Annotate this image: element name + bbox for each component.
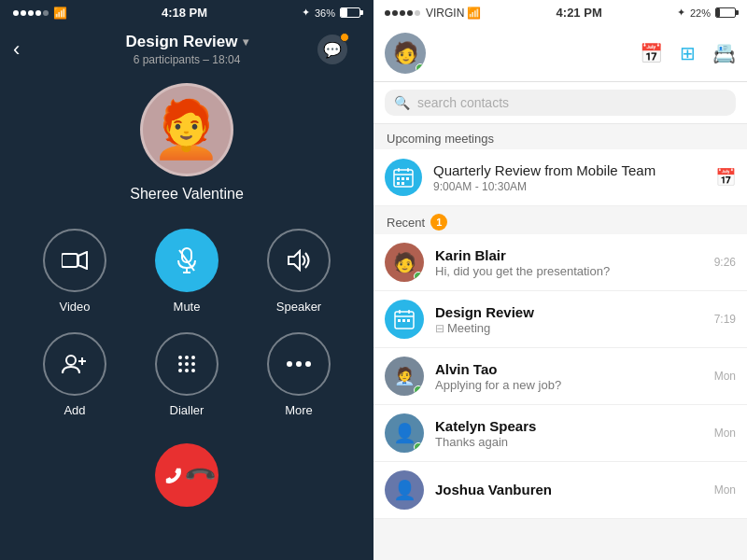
bluetooth-icon: ✦	[302, 7, 310, 19]
svg-point-7	[66, 356, 76, 365]
call-screen: 📶 4:18 PM ✦ 36% ‹ Design Review ▾ 6 part…	[0, 0, 374, 560]
r-dot1	[385, 10, 390, 16]
contacts-screen: VIRGIN 📶 4:21 PM ✦ 22% 🧑 📅 ⊞ 📇 🔍 search …	[374, 0, 747, 560]
design-review-avatar	[385, 300, 424, 339]
design-review-icon	[394, 309, 415, 329]
call-controls: Video Mute	[0, 229, 374, 417]
right-time: 4:21 PM	[557, 6, 602, 20]
contact-item-karin[interactable]: 🧑 Karin Blair Hi, did you get the presen…	[374, 234, 747, 291]
my-avatar-icon: 🧑	[393, 41, 418, 65]
speaker-control: Speaker	[252, 229, 345, 314]
svg-point-13	[178, 362, 182, 366]
r-battery-fill	[716, 8, 720, 17]
chat-badge	[340, 33, 349, 42]
mute-button[interactable]	[155, 229, 218, 292]
alvin-message: Applying for a new job?	[435, 378, 703, 392]
end-call-button[interactable]: 📞	[155, 443, 218, 507]
svg-point-12	[191, 356, 195, 359]
svg-point-21	[305, 361, 311, 367]
add-person-icon	[61, 354, 89, 374]
svg-rect-29	[397, 182, 400, 185]
calendar-icon[interactable]: 📅	[640, 42, 663, 64]
meeting-time: 9:00AM - 10:30AM	[433, 180, 704, 193]
caller-avatar: 🧑‍🦰	[140, 83, 233, 176]
meeting-text: Quarterly Review from Mobile Team 9:00AM…	[433, 162, 704, 193]
contact-item-joshua[interactable]: 👤 Joshua Vanburen Mon	[374, 462, 747, 519]
dialler-button[interactable]	[155, 332, 218, 396]
contact-item-alvin[interactable]: 🧑‍💼 Alvin Tao Applying for a new job? Mo…	[374, 348, 747, 405]
karin-info: Karin Blair Hi, did you get the presenta…	[435, 247, 703, 278]
add-control: Add	[28, 332, 121, 417]
katelyn-info: Katelyn Spears Thanks again	[435, 418, 703, 449]
search-input-wrap[interactable]: 🔍 search contacts	[385, 90, 736, 116]
meeting-item[interactable]: Quarterly Review from Mobile Team 9:00AM…	[374, 149, 747, 206]
svg-point-18	[191, 369, 195, 372]
signal-dots	[13, 10, 49, 16]
svg-marker-1	[78, 252, 87, 269]
calendar-grid-icon	[393, 167, 414, 188]
r-right-area: ✦ 22%	[677, 7, 736, 19]
r-dot5	[415, 10, 420, 16]
svg-point-16	[178, 369, 182, 372]
contact-item-design-review[interactable]: Design Review ⊟Meeting 7:19	[374, 291, 747, 348]
contact-item-katelyn[interactable]: 👤 Katelyn Spears Thanks again Mon	[374, 405, 747, 462]
contact-list: 🧑 Karin Blair Hi, did you get the presen…	[374, 234, 747, 519]
add-label: Add	[63, 403, 85, 417]
battery-percent: 36%	[315, 7, 335, 19]
karin-avatar: 🧑	[385, 243, 424, 282]
meeting-cal-icon: 📅	[715, 167, 736, 188]
svg-point-19	[287, 361, 292, 367]
more-icon	[287, 360, 311, 368]
right-status-area: ✦ 36%	[302, 7, 360, 19]
add-button[interactable]	[43, 332, 106, 396]
r-battery-bar	[715, 7, 736, 18]
svg-rect-27	[402, 177, 404, 180]
back-button[interactable]: ‹	[13, 37, 20, 62]
svg-rect-30	[402, 182, 404, 185]
header-action-icons: 📅 ⊞ 📇	[640, 42, 736, 64]
meeting-msg-icon: ⊟	[435, 322, 444, 335]
katelyn-name: Katelyn Spears	[435, 418, 703, 434]
dot-1	[13, 10, 19, 16]
video-label: Video	[59, 300, 90, 314]
grid-icon[interactable]: ⊞	[680, 42, 696, 64]
r-dot3	[400, 10, 405, 16]
more-button[interactable]	[267, 332, 331, 396]
joshua-avatar: 👤	[385, 470, 424, 510]
karin-online-dot	[414, 272, 423, 281]
chat-button[interactable]: 💬	[317, 35, 347, 64]
chat-icon: 💬	[323, 41, 342, 59]
alvin-online-dot	[414, 385, 423, 395]
upcoming-section-label: Upcoming meetings	[374, 124, 747, 149]
speaker-icon	[287, 249, 311, 272]
svg-rect-37	[407, 319, 410, 322]
joshua-name: Joshua Vanburen	[435, 482, 703, 497]
alvin-name: Alvin Tao	[435, 361, 703, 377]
caller-avatar-section: 🧑‍🦰 Sheree Valentine	[130, 83, 244, 203]
svg-marker-6	[289, 251, 300, 270]
karin-time: 9:26	[714, 256, 736, 269]
design-review-time: 7:19	[714, 313, 736, 326]
search-icon: 🔍	[394, 95, 410, 110]
call-title-row: Design Review ▾	[13, 33, 360, 51]
svg-rect-26	[397, 177, 400, 180]
joshua-info: Joshua Vanburen	[435, 482, 703, 498]
call-subtitle: 6 participants – 18:04	[13, 53, 360, 66]
battery-fill	[341, 8, 347, 17]
r-wifi-icon: 📶	[467, 7, 481, 20]
recent-text: Recent	[387, 216, 425, 230]
r-bt-icon: ✦	[677, 7, 685, 19]
video-icon	[62, 251, 88, 270]
video-button[interactable]	[43, 229, 106, 292]
video-control: Video	[28, 229, 121, 314]
right-header: 🧑 📅 ⊞ 📇	[374, 25, 747, 82]
r-signal-area: VIRGIN 📶	[385, 7, 481, 20]
svg-rect-0	[62, 254, 78, 267]
speaker-button[interactable]	[267, 229, 331, 292]
design-review-info: Design Review ⊟Meeting	[435, 304, 703, 335]
dialler-icon	[176, 353, 198, 375]
alvin-time: Mon	[714, 370, 736, 383]
contacts-icon[interactable]: 📇	[712, 42, 736, 64]
carrier-label: VIRGIN	[426, 7, 464, 20]
svg-point-11	[185, 356, 189, 359]
